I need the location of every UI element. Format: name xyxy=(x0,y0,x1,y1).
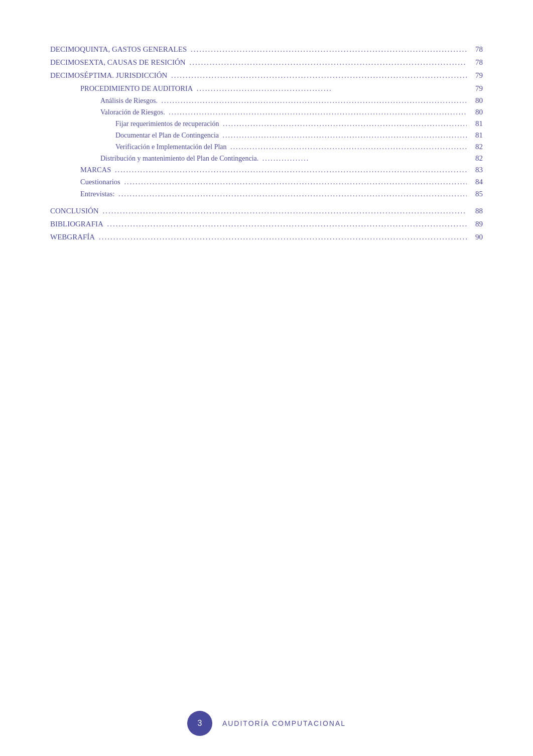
toc-page-num: 79 xyxy=(468,71,483,80)
toc-row-documentar: Documentar el Plan de Contingencia .....… xyxy=(50,131,483,140)
toc-row-fijar: Fijar requerimientos de recuperación ...… xyxy=(50,119,483,129)
toc-entry-text: Entrevistas: xyxy=(80,190,114,198)
toc-entry-text: Análisis de Riesgos. xyxy=(100,97,158,105)
toc-row-webgrafia: WEBGRAFÍA ..............................… xyxy=(50,233,483,242)
toc-entry-text: MARCAS xyxy=(80,166,111,174)
toc-page-num: 84 xyxy=(468,178,483,186)
toc-page-num: 80 xyxy=(468,96,483,105)
toc-entry-text: DECIMOSÉPTIMA. JURISDICCIÓN xyxy=(50,71,167,80)
toc-page-num: 89 xyxy=(468,220,483,228)
table-of-contents: DECIMOQUINTA, GASTOS GENERALES .........… xyxy=(50,30,483,242)
toc-dots: ........................................… xyxy=(100,207,467,216)
toc-row-bibliografia: BIBLIOGRAFIA ...........................… xyxy=(50,220,483,229)
footer: 3 AUDITORÍA COMPUTACIONAL xyxy=(0,711,533,736)
toc-row-marcas: MARCAS .................................… xyxy=(50,166,483,175)
toc-page-num: 79 xyxy=(468,84,483,93)
toc-entry-text: CONCLUSIÓN xyxy=(50,207,99,215)
toc-entry-text: Cuestionarios xyxy=(80,178,120,186)
toc-entry-text: Documentar el Plan de Contingencia xyxy=(115,132,219,140)
toc-entry-text: WEBGRAFÍA xyxy=(50,233,95,241)
toc-dots: ........................................… xyxy=(228,143,467,152)
document-title: AUDITORÍA COMPUTACIONAL xyxy=(222,719,346,727)
toc-page-num: 83 xyxy=(468,166,483,174)
toc-dots: ........................................… xyxy=(188,45,467,54)
toc-dots: ........................................… xyxy=(104,220,467,229)
toc-dots: ........................................… xyxy=(96,233,467,242)
toc-row-distribucion: Distribución y mantenimiento del Plan de… xyxy=(50,154,483,163)
toc-dots: ........................................… xyxy=(159,97,467,105)
toc-page-num: 78 xyxy=(468,58,483,67)
toc-row-verificacion: Verificación e Implementación del Plan .… xyxy=(50,143,483,152)
toc-row-analisis: Análisis de Riesgos. ...................… xyxy=(50,96,483,105)
toc-row-decimoquinta: DECIMOQUINTA, GASTOS GENERALES .........… xyxy=(50,45,483,54)
toc-page-num: 85 xyxy=(468,190,483,198)
toc-entry-text: Fijar requerimientos de recuperación xyxy=(115,120,219,128)
toc-entry-text: DECIMOSEXTA, CAUSAS DE RESICIÓN xyxy=(50,58,186,67)
page-number-circle: 3 xyxy=(187,711,212,736)
toc-dots: ........................................… xyxy=(112,166,467,175)
toc-dots: ........................................… xyxy=(220,132,467,140)
toc-dots: ........................................… xyxy=(194,84,467,93)
toc-entry-text: Verificación e Implementación del Plan xyxy=(115,143,227,151)
toc-entry-text: PROCEDIMIENTO DE AUDITORIA xyxy=(80,84,193,93)
toc-dots: ........................................… xyxy=(166,108,467,117)
toc-entry-text: Distribución y mantenimiento del Plan de… xyxy=(100,155,258,163)
toc-page-num: 90 xyxy=(468,233,483,241)
toc-dots: ........................................… xyxy=(115,190,467,199)
toc-page-num: 81 xyxy=(468,131,483,140)
page-number: 3 xyxy=(197,719,202,728)
toc-row-cuestionarios: Cuestionarios ..........................… xyxy=(50,178,483,187)
toc-entry-text: Valoración de Riesgos. xyxy=(100,108,165,116)
toc-entry-text: BIBLIOGRAFIA xyxy=(50,220,103,228)
toc-page-num: 78 xyxy=(468,45,483,54)
toc-page-num: 80 xyxy=(468,108,483,116)
toc-row-entrevistas: Entrevistas: ...........................… xyxy=(50,190,483,199)
toc-dots: ........................................… xyxy=(187,58,467,67)
toc-dots: ................. xyxy=(259,155,467,163)
toc-page-num: 82 xyxy=(468,154,483,163)
toc-row-valoracion: Valoración de Riesgos. .................… xyxy=(50,108,483,117)
toc-dots: ........................................… xyxy=(121,178,467,187)
toc-entry-text: DECIMOQUINTA, GASTOS GENERALES xyxy=(50,45,187,54)
toc-page-num: 82 xyxy=(468,143,483,151)
toc-row-procedimiento: PROCEDIMIENTO DE AUDITORIA .............… xyxy=(50,84,483,93)
toc-dots: ........................................… xyxy=(168,71,467,80)
toc-row-decimoseptima: DECIMOSÉPTIMA. JURISDICCIÓN ............… xyxy=(50,71,483,80)
toc-page-num: 88 xyxy=(468,207,483,215)
toc-row-conclusion: CONCLUSIÓN .............................… xyxy=(50,207,483,216)
toc-dots: ........................................… xyxy=(220,120,467,129)
page: DECIMOQUINTA, GASTOS GENERALES .........… xyxy=(0,0,533,756)
toc-page-num: 81 xyxy=(468,119,483,128)
toc-row-decimosexta: DECIMOSEXTA, CAUSAS DE RESICIÓN ........… xyxy=(50,58,483,67)
